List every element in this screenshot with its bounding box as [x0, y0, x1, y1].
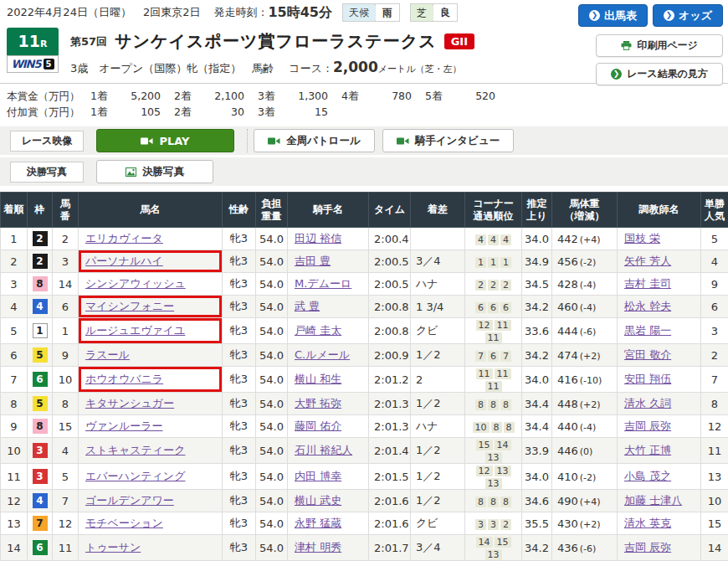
- horse-name-link[interactable]: ラスール: [85, 348, 130, 361]
- jockey-name-link[interactable]: 吉田 豊: [295, 255, 331, 267]
- play-button[interactable]: PLAY: [96, 129, 234, 152]
- last-3f-time: 34.9: [522, 250, 552, 273]
- prize-amount: 30: [199, 106, 244, 118]
- trainer-cell: 矢作 芳人: [618, 250, 701, 273]
- jockey-name-link[interactable]: C.ルメール: [295, 348, 350, 361]
- trainer-name-link[interactable]: 加藤 士津八: [624, 494, 682, 507]
- added-prize-row: 付加賞（万円） 1着1052着303着15: [7, 105, 721, 121]
- jockey-cell: 津村 明秀: [288, 535, 369, 561]
- last-3f-time: 34.4: [522, 393, 552, 415]
- corner-pass-number: 14: [476, 537, 493, 548]
- win-favorite-rank: 12: [701, 415, 728, 438]
- trainer-cell: 吉岡 辰弥: [618, 415, 701, 438]
- finish-time: 2:01.3: [369, 393, 411, 415]
- weather-chip: 天候 雨: [342, 3, 400, 22]
- carried-weight: 54.0: [256, 344, 288, 367]
- trainer-name-link[interactable]: 清水 久詞: [624, 397, 671, 409]
- horse-name-link[interactable]: ストキャスティーク: [85, 444, 185, 456]
- jockey-cell: 大野 拓弥: [288, 393, 369, 415]
- trainer-name-link[interactable]: 松永 幹夫: [624, 300, 671, 312]
- corner-pass-number: 13: [485, 549, 502, 560]
- trainer-cell: 安田 翔伍: [618, 367, 701, 393]
- jockey-name-link[interactable]: 石川 裕紀人: [295, 444, 352, 456]
- trainer-name-link[interactable]: 小島 茂之: [624, 470, 671, 482]
- corner-pass-number: 11: [495, 368, 511, 379]
- jockey-name-link[interactable]: 武 豊: [295, 300, 320, 312]
- trainer-name-link[interactable]: 矢作 芳人: [624, 255, 671, 267]
- jockey-name-link[interactable]: 内田 博幸: [295, 470, 341, 482]
- jockey-name-link[interactable]: 田辺 裕信: [295, 232, 341, 244]
- horse-number: 7: [53, 490, 79, 512]
- corner-pass-number: 7: [500, 351, 511, 362]
- horse-weight-value: 456: [557, 255, 578, 268]
- patrol-video-button[interactable]: 全周パトロール: [254, 129, 375, 152]
- entries-button[interactable]: ❯ 出馬表: [578, 4, 648, 27]
- printer-icon: [621, 41, 632, 50]
- odds-button[interactable]: ❯ オッズ: [653, 4, 723, 27]
- finish-photo-row: 決勝写真 決勝写真: [0, 157, 728, 186]
- result-guide-button[interactable]: ❯ レース結果の見方: [596, 63, 723, 85]
- trainer-name-link[interactable]: 黒岩 陽一: [624, 324, 671, 337]
- prize-rank: 3着: [258, 90, 283, 104]
- frame-cell: 2: [28, 228, 53, 250]
- horse-weight-change: (+2): [580, 399, 601, 410]
- jockey-name-link[interactable]: 藤岡 佑介: [295, 419, 341, 432]
- jockey-name-link[interactable]: 横山 和生: [295, 373, 341, 385]
- race-number: 11: [18, 32, 40, 50]
- trainer-name-link[interactable]: 安田 翔伍: [624, 373, 671, 385]
- finish-photo-button[interactable]: 決勝写真: [96, 160, 213, 183]
- print-page-button[interactable]: 印刷用ページ: [596, 34, 723, 57]
- horse-name-link[interactable]: エリカヴィータ: [85, 232, 163, 244]
- horse-name-link[interactable]: マイシンフォニー: [85, 300, 174, 312]
- horse-name-link[interactable]: トゥーサン: [85, 541, 141, 553]
- jockey-name-link[interactable]: 大野 拓弥: [295, 397, 341, 409]
- horse-name-link[interactable]: ホウオウバニラ: [85, 373, 163, 385]
- finish-position: 4: [1, 296, 28, 318]
- frame-cell: 7: [28, 512, 53, 535]
- horse-name-link[interactable]: ゴールデンアワー: [85, 494, 174, 507]
- horse-name-link[interactable]: モチベーション: [85, 517, 163, 529]
- corner-pass-number: 8: [488, 497, 499, 507]
- horse-name-link[interactable]: エバーハンティング: [85, 470, 185, 482]
- horse-name-link[interactable]: ルージュエヴァイユ: [85, 324, 185, 337]
- trainer-name-link[interactable]: 大竹 正博: [624, 444, 671, 456]
- trainer-name-link[interactable]: 吉岡 辰弥: [624, 541, 671, 553]
- trainer-name-link[interactable]: 国枝 栄: [624, 232, 660, 244]
- horse-weight-value: 490: [557, 495, 578, 507]
- table-row: 10 3 4 ストキャスティーク 牝3 54.0 石川 裕紀人 2:01.4 1…: [1, 438, 728, 464]
- margin: 3／4: [411, 250, 465, 273]
- table-row: 4 4 6 マイシンフォニー 牝3 54.0 武 豊 2:00.8 1 3/4 …: [1, 296, 728, 318]
- jockey-name-link[interactable]: 戸崎 圭太: [295, 324, 341, 337]
- horse-name-link[interactable]: シンシアウィッシュ: [85, 277, 186, 290]
- sex-age: 牝3: [223, 464, 256, 490]
- sex-age: 牝3: [223, 512, 256, 535]
- jockey-name-link[interactable]: 津村 明秀: [295, 541, 341, 553]
- jockey-name-link[interactable]: M.デムーロ: [295, 277, 351, 290]
- trainer-name-link[interactable]: 宮田 敬介: [624, 348, 671, 361]
- finish-position: 14: [1, 535, 28, 561]
- jockey-interview-button[interactable]: 騎手インタビュー: [382, 129, 514, 152]
- horse-name-link[interactable]: パーソナルハイ: [85, 255, 163, 267]
- horse-name-link[interactable]: キタサンシュガー: [85, 397, 174, 409]
- jockey-name-link[interactable]: 永野 猛蔵: [295, 517, 341, 529]
- horse-name-link[interactable]: ヴァンルーラー: [85, 419, 163, 432]
- jockey-cell: 武 豊: [288, 296, 369, 318]
- meeting-info: 2回東京2日: [143, 5, 201, 20]
- jockey-cell: 吉田 豊: [288, 250, 369, 273]
- corner-pass-number: 8: [488, 399, 499, 410]
- jockey-name-link[interactable]: 横山 武史: [295, 494, 341, 507]
- col-header-time: タイム: [369, 193, 411, 228]
- prize-pair: 4着780: [341, 90, 425, 102]
- trainer-name-link[interactable]: 吉岡 辰弥: [624, 419, 671, 432]
- horse-weight-value: 474: [557, 349, 578, 362]
- trainer-name-link[interactable]: 清水 英克: [624, 517, 671, 529]
- jockey-cell: 横山 武史: [288, 490, 369, 512]
- trainer-name-link[interactable]: 吉村 圭司: [624, 277, 671, 290]
- finish-position: 13: [1, 512, 28, 535]
- trainer-cell: 吉岡 辰弥: [618, 535, 701, 561]
- result-guide-label: レース結果の見方: [627, 67, 708, 81]
- horse-weight: 430(+2): [552, 512, 618, 535]
- finish-photo-button-label: 決勝写真: [142, 165, 184, 179]
- win-favorite-rank: 8: [701, 393, 728, 415]
- finish-time: 2:01.7: [369, 535, 411, 561]
